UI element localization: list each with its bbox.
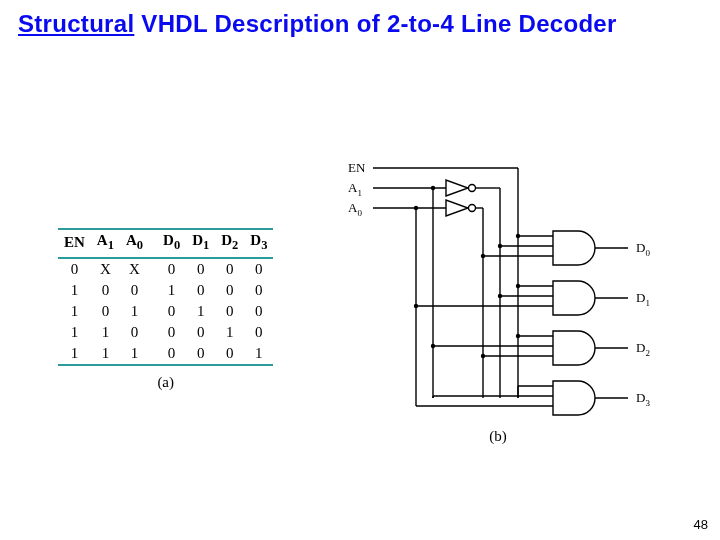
slide-content: EN A1 A0 D0 D1 D2 D3 0 X X 0 (18, 48, 702, 478)
slide-title: Structural VHDL Description of 2-to-4 Li… (18, 10, 702, 38)
table-row: 1 1 0 0 0 1 0 (58, 322, 273, 343)
caption-b: (b) (318, 428, 678, 445)
label-d3: D3 (636, 390, 650, 408)
th-d0: D0 (153, 229, 186, 258)
svg-point-0 (469, 185, 476, 192)
table-header-row: EN A1 A0 D0 D1 D2 D3 (58, 229, 273, 258)
and-gate-d3 (416, 381, 628, 415)
label-en: EN (348, 160, 366, 175)
truth-table-block: EN A1 A0 D0 D1 D2 D3 0 X X 0 (58, 228, 273, 391)
title-rest: VHDL Description of 2-to-4 Line Decoder (134, 10, 616, 37)
th-en: EN (58, 229, 91, 258)
table-row: 1 0 1 0 1 0 0 (58, 301, 273, 322)
not-gate-a1 (446, 180, 476, 196)
svg-point-1 (469, 205, 476, 212)
truth-table-body: 0 X X 0 0 0 0 1 0 0 1 0 0 (58, 258, 273, 365)
and-gate-d2 (433, 331, 628, 365)
label-d1: D1 (636, 290, 650, 308)
caption-a: (a) (58, 374, 273, 391)
schematic-labels: EN A1 A0 D0 D1 D2 D3 (348, 160, 650, 408)
svg-point-3 (414, 206, 418, 210)
label-a0: A0 (348, 200, 362, 218)
truth-table: EN A1 A0 D0 D1 D2 D3 0 X X 0 (58, 228, 273, 366)
not-gate-a0 (446, 200, 476, 216)
schematic-svg: EN A1 A0 D0 D1 D2 D3 (318, 148, 678, 428)
title-underlined: Structural (18, 10, 134, 37)
th-d3: D3 (244, 229, 273, 258)
th-a0: A0 (120, 229, 153, 258)
table-row: 1 1 1 0 0 0 1 (58, 343, 273, 365)
slide: Structural VHDL Description of 2-to-4 Li… (0, 0, 720, 540)
page-number: 48 (694, 517, 708, 532)
th-a1: A1 (91, 229, 120, 258)
table-row: 0 X X 0 0 0 0 (58, 258, 273, 280)
table-row: 1 0 0 1 0 0 0 (58, 280, 273, 301)
and-gate-d0 (483, 231, 628, 265)
and-gate-d1 (416, 281, 628, 315)
th-d2: D2 (215, 229, 244, 258)
label-a1: A1 (348, 180, 362, 198)
label-d0: D0 (636, 240, 650, 258)
th-d1: D1 (186, 229, 215, 258)
schematic: EN A1 A0 D0 D1 D2 D3 (318, 148, 678, 428)
junction-dots (414, 186, 520, 358)
label-d2: D2 (636, 340, 650, 358)
svg-point-2 (431, 186, 435, 190)
